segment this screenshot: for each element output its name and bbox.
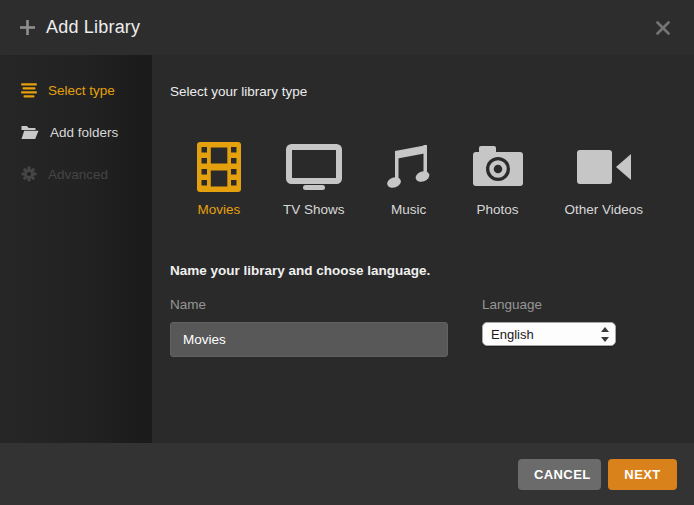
library-type-movies[interactable]: Movies (197, 141, 241, 217)
library-type-music[interactable]: Music (387, 141, 431, 217)
library-type-label: Movies (198, 202, 241, 217)
camera-icon (473, 141, 523, 193)
dialog-title: Add Library (46, 17, 140, 38)
dialog-footer: CANCEL NEXT (0, 443, 694, 505)
library-type-tv-shows[interactable]: TV Shows (283, 141, 345, 217)
cancel-button[interactable]: CANCEL (518, 459, 601, 490)
library-type-label: Photos (477, 202, 519, 217)
sidebar-item-label: Select type (48, 83, 115, 98)
language-select[interactable]: English (482, 322, 616, 346)
dialog-header: Add Library (0, 0, 694, 55)
name-section-heading: Name your library and choose language. (170, 263, 670, 278)
library-settings-fields: Name Language English (170, 297, 670, 357)
step-content: Select your library type Mov (152, 55, 694, 443)
select-stepper-icon (601, 327, 609, 346)
gear-icon (21, 166, 37, 182)
music-note-icon (387, 141, 431, 193)
close-icon[interactable] (652, 17, 674, 39)
library-type-label: TV Shows (283, 202, 345, 217)
dialog-body: Select type Add folders (0, 55, 694, 443)
type-section-heading: Select your library type (170, 84, 670, 99)
library-type-label: Music (391, 202, 426, 217)
library-type-other-videos[interactable]: Other Videos (565, 141, 644, 217)
library-type-picker: Movies TV Shows (197, 141, 670, 217)
language-select-value: English (491, 327, 534, 342)
library-type-photos[interactable]: Photos (473, 141, 523, 217)
next-button[interactable]: NEXT (608, 459, 677, 490)
name-field-label: Name (170, 297, 448, 312)
sidebar-item-select-type[interactable]: Select type (0, 69, 152, 111)
list-lines-icon (21, 82, 37, 98)
sidebar-item-add-folders[interactable]: Add folders (0, 111, 152, 153)
sidebar-item-label: Add folders (50, 125, 118, 140)
wizard-steps-sidebar: Select type Add folders (0, 55, 152, 443)
plus-icon (20, 20, 35, 35)
add-library-dialog: Add Library Select type Add folders (0, 0, 694, 505)
video-camera-icon (577, 141, 631, 193)
language-field-label: Language (482, 297, 616, 312)
library-type-label: Other Videos (565, 202, 644, 217)
tv-icon (286, 141, 342, 193)
library-name-input[interactable] (170, 322, 448, 357)
film-icon (197, 141, 241, 193)
folder-icon (21, 125, 39, 140)
sidebar-item-advanced: Advanced (0, 153, 152, 195)
sidebar-item-label: Advanced (48, 167, 108, 182)
